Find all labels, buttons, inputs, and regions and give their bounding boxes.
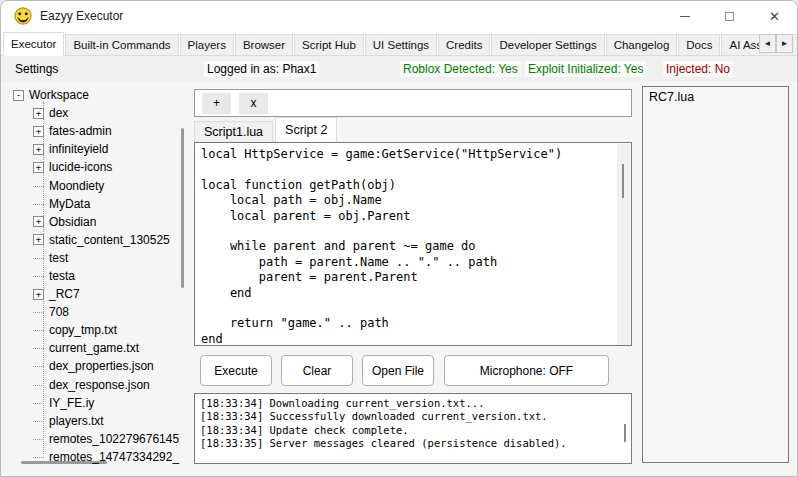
tree-item[interactable]: test [7,249,187,267]
editor-scrollbar-thumb[interactable] [622,164,624,198]
expand-icon[interactable] [33,421,44,422]
tree-item[interactable]: dex_properties.json [7,357,187,375]
close-icon: ✕ [769,9,780,24]
tab-label: Browser [243,39,285,51]
expand-icon[interactable] [33,457,44,458]
main-tab[interactable]: Executor [3,32,64,56]
log-content: [18:33:34] Downloading current_version.t… [200,397,629,451]
tree-item-label: lucide-icons [49,160,112,174]
expand-icon[interactable]: + [33,289,44,300]
execute-button[interactable]: Execute [200,355,272,386]
tree-item-label: remotes_14747334292_ [49,450,179,464]
main-tab-bar: Executor Built-in Commands Players Brows… [1,31,797,56]
scripts-list-item[interactable]: RC7.lua [643,87,788,107]
tree-item[interactable]: remotes_102279676145 [7,430,187,448]
tree-item[interactable]: + infiniteyield [7,140,187,158]
main-tab[interactable]: UI Settings [365,34,437,55]
collapse-icon[interactable]: - [13,90,24,101]
tree-root-workspace[interactable]: - Workspace [7,86,187,104]
maximize-button[interactable] [707,1,752,31]
code-line: while parent and parent ~= game do [201,239,629,254]
action-button-row: Execute Clear Open File Microphone: OFF [194,355,632,387]
expand-icon[interactable] [33,276,44,277]
main-tab[interactable]: Docs [678,34,720,55]
tree-item-label: test [49,251,68,265]
main-tab[interactable]: Script Hub [294,34,364,55]
editor-scrollbar-track[interactable] [617,144,630,346]
log-output[interactable]: [18:33:34] Downloading current_version.t… [194,393,632,464]
expand-icon[interactable]: + [33,162,44,173]
tree-item[interactable]: Moondiety [7,176,187,194]
tree-item[interactable]: current_game.txt [7,339,187,357]
main-tab[interactable]: Developer Settings [491,34,604,55]
main-tab[interactable]: Browser [235,34,293,55]
arrow-right-icon: ► [781,39,789,48]
microphone-toggle-button[interactable]: Microphone: OFF [444,355,609,386]
tree-item[interactable]: + _RC7 [7,285,187,303]
settings-label[interactable]: Settings [12,61,61,77]
tree-item[interactable]: dex_response.json [7,376,187,394]
main-tab[interactable]: Players [180,34,234,55]
tab-scroll-right-button[interactable]: ► [776,34,793,53]
tree-item[interactable]: IY_FE.iy [7,394,187,412]
tree-item[interactable]: + static_content_130525 [7,231,187,249]
tree-item[interactable]: players.txt [7,412,187,430]
tree-item-label: dex_response.json [49,378,150,392]
code-line: end [201,332,629,346]
tab-scroll-left-button[interactable]: ◄ [759,34,776,53]
expand-icon[interactable] [33,403,44,404]
tree-item[interactable]: MyData [7,195,187,213]
script-tab[interactable]: Script 2 [275,117,337,142]
expand-icon[interactable] [33,258,44,259]
code-line: local function getPath(obj) [201,178,629,193]
open-file-button[interactable]: Open File [362,355,434,386]
close-script-tab-button[interactable]: x [239,93,268,114]
expand-icon[interactable] [33,439,44,440]
log-scrollbar-thumb[interactable] [624,424,626,442]
logged-in-label: Logged in as: Phax1 [204,61,319,77]
tree-item-label: current_game.txt [49,341,139,355]
status-bar: Settings Logged in as: Phax1 Roblox Dete… [1,56,797,82]
script-tab-label: Script 2 [285,123,327,137]
tree-item-label: dex [49,106,68,120]
tab-label: Built-in Commands [73,39,170,51]
main-tab[interactable]: Changelog [606,34,678,55]
expand-icon[interactable] [33,348,44,349]
code-line: end [201,286,629,301]
expand-icon[interactable] [33,312,44,313]
tree-item[interactable]: testa [7,267,187,285]
tab-label: Credits [446,39,482,51]
tree-item[interactable]: + dex [7,104,187,122]
close-button[interactable]: ✕ [752,1,797,31]
expand-icon[interactable] [33,186,44,187]
expand-icon[interactable] [33,330,44,331]
code-editor[interactable]: local HttpService = game:GetService("Htt… [194,142,632,346]
clear-button[interactable]: Clear [281,355,353,386]
expand-icon[interactable]: + [33,144,44,155]
expand-icon[interactable]: + [33,126,44,137]
tree-item[interactable]: + lucide-icons [7,158,187,176]
expand-icon[interactable]: + [33,234,44,245]
expand-icon[interactable] [33,366,44,367]
tree-item[interactable]: copy_tmp.txt [7,321,187,339]
code-line: parent = parent.Parent [201,270,629,285]
new-script-tab-button[interactable]: + [202,93,231,114]
tree-item[interactable]: remotes_14747334292_ [7,448,187,466]
tree-item-label: infiniteyield [49,142,108,156]
tab-label: Players [188,39,226,51]
minimize-button[interactable] [662,1,707,31]
expand-icon[interactable]: + [33,216,44,227]
main-tab[interactable]: Credits [438,34,490,55]
tree-item-label: remotes_102279676145 [49,432,179,446]
tree-item[interactable]: + Obsidian [7,213,187,231]
tree-item-label: players.txt [49,414,104,428]
expand-icon[interactable] [33,385,44,386]
scripts-list-panel: RC7.lua [642,86,789,463]
tree-item[interactable]: 708 [7,303,187,321]
script-tab[interactable]: Script1.lua [194,121,273,142]
code-line: local HttpService = game:GetService("Htt… [201,147,629,162]
tree-item[interactable]: + fates-admin [7,122,187,140]
expand-icon[interactable] [33,204,44,205]
main-tab[interactable]: Built-in Commands [65,34,178,55]
expand-icon[interactable]: + [33,108,44,119]
